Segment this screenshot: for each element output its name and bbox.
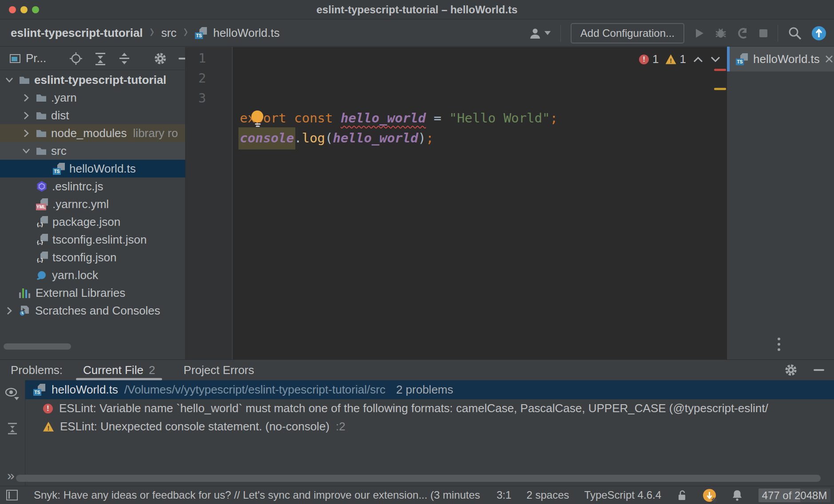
lock-button[interactable] [676, 489, 688, 501]
debug-button[interactable] [715, 27, 727, 39]
tree-item-eslintrc-js[interactable]: .eslintrc.js [0, 177, 185, 195]
navigation-bar: eslint-typescript-tutorial›src›TShelloWo… [0, 20, 834, 47]
problems-file-row[interactable]: TS helloWorld.ts /Volumes/v/yytypescript… [25, 380, 834, 399]
project-view-selector[interactable]: Pr... [10, 51, 58, 65]
tree-item-tsconfig-json[interactable]: {..}tsconfig.json [0, 248, 185, 266]
breadcrumb: eslint-typescript-tutorial›src›TShelloWo… [11, 25, 280, 42]
breadcrumb-helloworld-ts[interactable]: helloWorld.ts [213, 26, 280, 40]
tree-item-node-modules[interactable]: node_moduleslibrary ro [0, 124, 185, 142]
problems-horizontal-scrollbar[interactable] [16, 475, 821, 482]
problems-list: TS helloWorld.ts /Volumes/v/yytypescript… [25, 380, 834, 486]
bell-icon [731, 489, 743, 501]
chevron-right-icon[interactable] [21, 93, 36, 102]
chevron-right-icon[interactable] [4, 306, 19, 315]
next-problem-button[interactable] [710, 56, 721, 63]
problems-settings-button[interactable] [784, 363, 798, 377]
previous-problem-button[interactable] [693, 56, 703, 63]
collapse-all-button[interactable] [118, 52, 131, 65]
typescript-file-icon: TS [53, 163, 65, 175]
inspections-widget[interactable]: ! 1 ! 1 [639, 52, 721, 66]
tab-current-file[interactable]: Current File2 [83, 360, 155, 380]
tree-item-helloworld-ts[interactable]: TShelloWorld.ts [0, 160, 185, 177]
eslint-icon [36, 181, 48, 192]
stop-button[interactable] [759, 29, 768, 38]
notifications-button[interactable] [731, 489, 743, 501]
user-account-button[interactable] [528, 27, 551, 39]
editor[interactable]: 123 export const hello_world = "Hello Wo… [186, 47, 727, 359]
error-stripe-mark[interactable] [714, 69, 726, 71]
chevron-right-icon[interactable] [21, 128, 36, 138]
tree-item-yarnrc-yml[interactable]: YML.yarnrc.yml [0, 195, 185, 213]
warning-icon: ! [666, 55, 676, 64]
expand-all-button[interactable] [94, 52, 107, 65]
status-bar: Snyk: Have any ideas or feedback for us?… [0, 486, 834, 504]
problems-file-name: helloWorld.ts [52, 383, 118, 397]
chevron-down-icon[interactable] [21, 146, 36, 156]
expand-more-icon[interactable]: » [7, 469, 15, 482]
tool-window-switcher-icon[interactable] [6, 490, 18, 500]
search-everywhere-button[interactable] [788, 26, 802, 40]
chevron-down-icon[interactable] [4, 75, 19, 85]
warning-stripe-mark[interactable] [714, 88, 726, 90]
line-number: 1 [186, 48, 206, 68]
code-line[interactable]: console.log(hello_world); [240, 128, 727, 148]
code-line[interactable]: export const hello_world = "Hello World"… [240, 108, 727, 128]
collapse-tree-button[interactable] [7, 422, 18, 435]
tree-item-package-json[interactable]: {..}package.json [0, 213, 185, 231]
editor-tab-helloworld[interactable]: TS helloWorld.ts [730, 47, 834, 71]
add-configuration-button[interactable]: Add Configuration... [571, 23, 684, 43]
hide-panel-button[interactable] [179, 58, 186, 59]
snyk-scan-icon[interactable] [703, 489, 716, 502]
tree-item-yarn-lock[interactable]: yarn.lock [0, 266, 185, 284]
code-token: hello_world [341, 110, 426, 126]
code-token: log [302, 130, 325, 146]
warning-count[interactable]: ! 1 [666, 52, 686, 66]
tree-item-dist[interactable]: dist [0, 106, 185, 124]
minimize-icon [179, 58, 186, 59]
locate-file-button[interactable] [69, 52, 83, 65]
tree-item-src[interactable]: src [0, 142, 185, 160]
project-horizontal-scrollbar[interactable] [4, 343, 71, 350]
memory-indicator[interactable]: 477 of 2048M [759, 488, 830, 502]
run-button[interactable] [694, 28, 705, 39]
tree-item-eslint-typescript-tutorial[interactable]: eslint-typescript-tutorial [0, 71, 185, 89]
indentation-setting[interactable]: 2 spaces [527, 489, 569, 501]
breadcrumb-eslint-typescript-tutorial[interactable]: eslint-typescript-tutorial [11, 26, 143, 40]
status-message[interactable]: Snyk: Have any ideas or feedback for us?… [34, 489, 482, 501]
code-area[interactable]: export const hello_world = "Hello World"… [234, 47, 727, 359]
typescript-version[interactable]: TypeScript 4.6.4 [584, 489, 661, 501]
problems-label: Problems: [11, 363, 63, 377]
tree-item-external-libraries[interactable]: External Libraries [0, 284, 185, 302]
close-tab-button[interactable] [825, 55, 833, 63]
library-root-label: library ro [133, 126, 178, 140]
update-available-button[interactable] [812, 26, 826, 40]
folder-icon [36, 146, 47, 155]
collapse-icon [7, 422, 18, 435]
error-count[interactable]: ! 1 [639, 52, 659, 66]
project-settings-button[interactable] [154, 52, 167, 65]
problem-row-warning[interactable]: !ESLint: Unexpected console statement. (… [25, 417, 834, 436]
tab-label: helloWorld.ts [753, 52, 820, 66]
tree-item-scratches-and-consoles[interactable]: Scratches and Consoles [0, 302, 185, 319]
more-options-button[interactable] [778, 338, 780, 354]
editor-tab-strip: TS helloWorld.ts [727, 47, 834, 359]
code-token: console [238, 127, 295, 150]
problem-row-error[interactable]: !ESLint: Variable name `hello_world` mus… [25, 399, 834, 417]
view-options-button[interactable] [5, 387, 20, 401]
scratches-icon [19, 305, 31, 316]
run-with-coverage-button[interactable] [737, 27, 749, 39]
typescript-file-icon: TS [736, 53, 748, 65]
tree-item-yarn[interactable]: .yarn [0, 89, 185, 106]
tab-project-errors[interactable]: Project Errors [183, 360, 254, 380]
caret-position[interactable]: 3:1 [496, 489, 511, 501]
intention-bulb-icon[interactable] [251, 71, 264, 87]
problems-file-path: /Volumes/v/yytypescript/eslint-typescrip… [124, 383, 385, 397]
chevron-right-icon[interactable] [21, 110, 36, 120]
problem-location: :2 [336, 420, 346, 433]
hide-problems-button[interactable] [814, 369, 824, 371]
search-icon [788, 26, 802, 40]
bug-icon [715, 27, 727, 39]
breadcrumb-src[interactable]: src [161, 26, 177, 40]
tree-item-tsconfig-eslint-json[interactable]: {..}tsconfig.eslint.json [0, 231, 185, 248]
chevron-down-icon [710, 56, 721, 63]
